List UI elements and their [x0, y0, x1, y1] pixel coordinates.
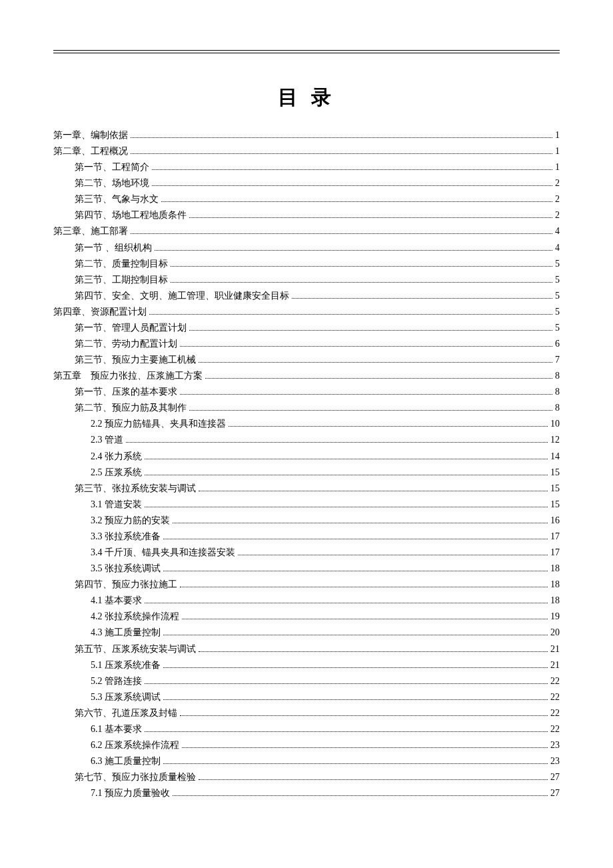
toc-entry-page: 18: [550, 561, 560, 577]
toc-entry-label: 第二节、质量控制目标: [75, 256, 168, 272]
toc-entry-page: 15: [550, 497, 560, 513]
toc-entry[interactable]: 2.3 管道12: [53, 432, 560, 448]
toc-entry-label: 第二节、预应力筋及其制作: [75, 400, 187, 416]
toc-entry-label: 6.1 基本要求: [91, 721, 142, 737]
toc-entry-page: 2: [555, 175, 560, 191]
toc-entry-page: 22: [550, 689, 560, 705]
toc-entry-page: 21: [550, 641, 560, 657]
toc-entry[interactable]: 第三章、施工部署4: [53, 223, 560, 239]
toc-entry-page: 2: [555, 207, 560, 223]
toc-entry[interactable]: 3.3 张拉系统准备17: [53, 529, 560, 545]
toc-entry[interactable]: 第四节、场地工程地质条件2: [53, 207, 560, 223]
table-of-contents: 第一章、编制依据1第二章、工程概况1第一节、工程简介1第二节、场地环境2第三节、…: [53, 127, 560, 801]
toc-entry-label: 6.3 施工质量控制: [91, 753, 161, 769]
toc-leader-dots: [180, 587, 548, 587]
toc-entry[interactable]: 第一节、工程简介1: [53, 159, 560, 175]
toc-entry[interactable]: 4.1 基本要求18: [53, 593, 560, 609]
toc-entry-label: 4.3 施工质量控制: [91, 625, 161, 641]
toc-leader-dots: [131, 153, 552, 154]
toc-entry[interactable]: 第四章、资源配置计划5: [53, 304, 560, 320]
toc-entry[interactable]: 3.4 千斤顶、锚具夹具和连接器安装17: [53, 545, 560, 561]
toc-entry-page: 5: [555, 272, 560, 288]
toc-leader-dots: [182, 747, 548, 748]
toc-entry[interactable]: 第七节、预应力张拉质量检验27: [53, 769, 560, 785]
toc-entry[interactable]: 第四节、安全、文明、施工管理、职业健康安全目标5: [53, 288, 560, 304]
toc-entry[interactable]: 2.4 张力系统14: [53, 449, 560, 465]
toc-leader-dots: [161, 201, 552, 202]
toc-entry-label: 3.1 管道安装: [91, 497, 142, 513]
toc-entry[interactable]: 第一节 、组织机构4: [53, 240, 560, 256]
toc-entry-label: 第二节、场地环境: [75, 175, 149, 191]
toc-leader-dots: [149, 314, 552, 315]
toc-entry-label: 第三节、工期控制目标: [75, 272, 168, 288]
toc-entry[interactable]: 第二节、预应力筋及其制作8: [53, 400, 560, 416]
toc-leader-dots: [199, 779, 548, 780]
toc-entry[interactable]: 第二节、劳动力配置计划6: [53, 336, 560, 352]
toc-entry-label: 7.1 预应力质量验收: [91, 785, 170, 801]
toc-entry-page: 1: [555, 143, 560, 159]
toc-entry-page: 27: [550, 769, 560, 785]
toc-entry[interactable]: 3.2 预应力筋的安装16: [53, 513, 560, 529]
toc-entry-label: 第四章、资源配置计划: [53, 304, 147, 320]
toc-entry[interactable]: 第五节、压浆系统安装与调试21: [53, 641, 560, 657]
toc-entry-label: 第三节、预应力主要施工机械: [75, 352, 196, 368]
toc-entry-page: 22: [550, 673, 560, 689]
toc-entry-label: 第四节、预应力张拉施工: [75, 577, 177, 593]
toc-entry-label: 3.3 张拉系统准备: [91, 529, 161, 545]
toc-leader-dots: [199, 362, 552, 363]
toc-entry[interactable]: 第二章、工程概况1: [53, 143, 560, 159]
toc-leader-dots: [229, 426, 548, 427]
toc-entry-label: 第七节、预应力张拉质量检验: [75, 769, 196, 785]
toc-leader-dots: [163, 539, 548, 539]
toc-entry[interactable]: 第一节、管理人员配置计划5: [53, 320, 560, 336]
toc-entry[interactable]: 第一节、压浆的基本要求8: [53, 384, 560, 400]
toc-leader-dots: [189, 410, 552, 411]
toc-leader-dots: [163, 763, 548, 764]
toc-entry[interactable]: 5.2 管路连接22: [53, 673, 560, 689]
toc-entry[interactable]: 第一章、编制依据1: [53, 127, 560, 143]
toc-entry[interactable]: 6.3 施工质量控制23: [53, 753, 560, 769]
toc-entry[interactable]: 4.3 施工质量控制20: [53, 625, 560, 641]
toc-entry-page: 17: [550, 545, 560, 561]
toc-entry[interactable]: 7.1 预应力质量验收27: [53, 785, 560, 801]
toc-entry[interactable]: 2.2 预应力筋锚具、夹具和连接器10: [53, 416, 560, 432]
toc-entry[interactable]: 3.5 张拉系统调试18: [53, 561, 560, 577]
toc-entry[interactable]: 6.1 基本要求22: [53, 721, 560, 737]
toc-leader-dots: [173, 795, 548, 796]
toc-entry[interactable]: 第二节、质量控制目标5: [53, 256, 560, 272]
toc-entry-label: 第四节、安全、文明、施工管理、职业健康安全目标: [75, 288, 289, 304]
toc-leader-dots: [171, 266, 552, 267]
toc-entry[interactable]: 6.2 压浆系统操作流程23: [53, 737, 560, 753]
toc-entry[interactable]: 5.1 压浆系统准备21: [53, 657, 560, 673]
toc-entry-page: 4: [555, 223, 560, 239]
toc-leader-dots: [163, 667, 548, 668]
toc-entry[interactable]: 5.3 压浆系统调试22: [53, 689, 560, 705]
toc-leader-dots: [163, 571, 548, 571]
toc-entry[interactable]: 第六节、孔道压浆及封锚22: [53, 705, 560, 721]
toc-entry[interactable]: 4.2 张拉系统操作流程19: [53, 609, 560, 625]
toc-entry[interactable]: 第三节、气象与水文2: [53, 191, 560, 207]
toc-entry-label: 4.1 基本要求: [91, 593, 142, 609]
toc-entry-page: 15: [550, 465, 560, 481]
toc-entry[interactable]: 第三节、工期控制目标5: [53, 272, 560, 288]
toc-entry-label: 第一节、工程简介: [75, 159, 149, 175]
toc-entry[interactable]: 第二节、场地环境2: [53, 175, 560, 191]
toc-entry[interactable]: 第五章 预应力张拉、压浆施工方案8: [53, 368, 560, 384]
toc-leader-dots: [205, 378, 552, 379]
toc-entry[interactable]: 第四节、预应力张拉施工18: [53, 577, 560, 593]
toc-entry-page: 23: [550, 737, 560, 753]
toc-entry[interactable]: 3.1 管道安装15: [53, 497, 560, 513]
toc-entry-label: 第六节、孔道压浆及封锚: [75, 705, 177, 721]
toc-entry[interactable]: 第三节、预应力主要施工机械7: [53, 352, 560, 368]
toc-leader-dots: [180, 394, 552, 395]
toc-entry[interactable]: 2.5 压浆系统15: [53, 465, 560, 481]
toc-leader-dots: [189, 217, 552, 218]
toc-entry-label: 第二节、劳动力配置计划: [75, 336, 177, 352]
toc-entry-page: 8: [555, 384, 560, 400]
toc-title: 目 录: [53, 84, 560, 111]
header-rule-top: [53, 50, 560, 51]
toc-entry-label: 4.2 张拉系统操作流程: [91, 609, 179, 625]
toc-entry-label: 2.4 张力系统: [91, 449, 142, 465]
toc-entry[interactable]: 第三节、张拉系统安装与调试15: [53, 481, 560, 497]
toc-entry-label: 第一节、压浆的基本要求: [75, 384, 177, 400]
